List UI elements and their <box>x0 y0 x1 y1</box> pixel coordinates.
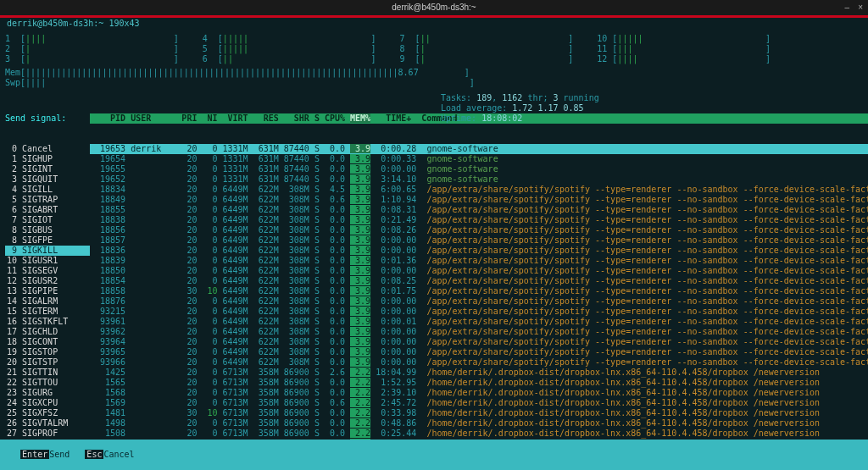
signal-item-sigtrap[interactable]: 5 SIGTRAP <box>5 195 90 205</box>
signal-item-sigurg[interactable]: 23 SIGURG <box>5 388 90 398</box>
signal-item-sigttin[interactable]: 21 SIGTTIN <box>5 368 90 378</box>
signal-item-sigbus[interactable]: 8 SIGBUS <box>5 225 90 235</box>
process-row[interactable]: 1565 20 0 6713M 358M 86900 S 0.0 2.2 1:5… <box>90 378 868 388</box>
terminal-body[interactable]: 1 [|||| ]2 [| ]3 [| ]4 [||||| ]5 [||||| … <box>0 30 868 440</box>
close-icon[interactable]: × <box>858 3 863 13</box>
signal-column: Send signal: 0 Cancel1 SIGHUP2 SIGINT3 S… <box>5 93 90 440</box>
process-row[interactable]: 18834 20 0 6449M 622M 308M S 4.5 3.9 6:0… <box>90 185 868 195</box>
process-row[interactable]: 18856 20 0 6449M 622M 308M S 0.0 3.9 0:0… <box>90 225 868 235</box>
process-row[interactable]: 18850 20 0 6449M 622M 308M S 0.0 3.9 0:0… <box>90 266 868 276</box>
process-row[interactable]: 93964 20 0 6449M 622M 308M S 0.0 3.9 0:0… <box>90 337 868 347</box>
signal-item-sigprof[interactable]: 27 SIGPROF <box>5 429 90 439</box>
signal-item-sigstop[interactable]: 19 SIGSTOP <box>5 347 90 357</box>
window-title: derrik@b450m-ds3h:~ <box>392 3 476 13</box>
process-row[interactable]: 1508 20 0 6713M 358M 86900 S 0.0 2.2 0:2… <box>90 429 868 439</box>
process-row[interactable]: 93961 20 0 6449M 622M 308M S 0.0 3.9 0:0… <box>90 317 868 327</box>
signal-item-sigill[interactable]: 4 SIGILL <box>5 185 90 195</box>
key-enter[interactable]: Enter <box>20 450 49 459</box>
signal-item-sigusr1[interactable]: 10 SIGUSR1 <box>5 256 90 266</box>
signal-item-sigiot[interactable]: 7 SIGIOT <box>5 215 90 225</box>
signal-item-sigxfsz[interactable]: 25 SIGXFSZ <box>5 408 90 418</box>
process-rows: PID USER PRI NI VIRT RES SHR S CPU% MEM%… <box>90 93 868 440</box>
process-row[interactable]: 1569 20 0 6713M 358M 86900 S 0.6 2.2 2:4… <box>90 398 868 408</box>
process-row[interactable]: 93965 20 0 6449M 622M 308M S 0.0 3.9 0:0… <box>90 347 868 357</box>
signal-item-sigstkflt[interactable]: 16 SIGSTKFLT <box>5 317 90 327</box>
signal-item-sigpipe[interactable]: 13 SIGPIPE <box>5 286 90 296</box>
system-stats: Tasks: 189, 1162 thr; 3 running Load ave… <box>441 83 599 124</box>
terminal-tab[interactable]: derrik@b450m-ds3h:~ 190x43 <box>0 18 868 30</box>
process-row[interactable]: 93966 20 0 6449M 622M 308M S 0.0 3.9 0:0… <box>90 357 868 368</box>
process-row[interactable]: 1481 30 10 6713M 358M 86900 S 0.0 2.2 0:… <box>90 408 868 418</box>
window-controls: – × <box>845 0 863 15</box>
process-row[interactable]: 18854 20 0 6449M 622M 308M S 0.0 3.9 0:0… <box>90 276 868 286</box>
mem-meter: Mem[||||||||||||||||||||||||||||||||||||… <box>5 68 863 78</box>
process-row[interactable]: 18849 20 0 6449M 622M 308M S 0.6 3.9 1:1… <box>90 195 868 205</box>
process-area: Send signal: 0 Cancel1 SIGHUP2 SIGINT3 S… <box>5 93 863 440</box>
process-row[interactable]: 18855 20 0 6449M 622M 308M S 0.0 3.9 0:0… <box>90 205 868 215</box>
label-send: Send <box>49 450 85 459</box>
process-row[interactable]: 1425 20 0 6713M 358M 86900 S 2.6 2.2 18:… <box>90 368 868 378</box>
process-row[interactable]: 1498 20 0 6713M 358M 86900 S 0.0 2.2 0:4… <box>90 418 868 429</box>
process-row[interactable]: 19652 20 0 1331M 631M 87440 S 0.0 3.9 3:… <box>90 174 868 185</box>
process-row[interactable]: 18839 20 0 6449M 622M 308M S 0.0 3.9 0:0… <box>90 256 868 266</box>
signal-item-sigquit[interactable]: 3 SIGQUIT <box>5 174 90 185</box>
signal-item-sigusr2[interactable]: 12 SIGUSR2 <box>5 276 90 286</box>
process-row[interactable]: 93962 20 0 6449M 622M 308M S 0.0 3.9 0:0… <box>90 327 868 337</box>
signal-item-sigsegv[interactable]: 11 SIGSEGV <box>5 266 90 276</box>
titlebar[interactable]: derrik@b450m-ds3h:~ – × <box>0 0 868 15</box>
signal-item-sigfpe[interactable]: 8 SIGFPE <box>5 235 90 246</box>
signal-label: Send signal: <box>5 113 90 124</box>
signal-item-sigalrm[interactable]: 14 SIGALRM <box>5 296 90 307</box>
signal-item-sigcont[interactable]: 18 SIGCONT <box>5 337 90 347</box>
footer: EnterSend EscCancel <box>0 440 868 470</box>
signal-item-cancel[interactable]: 0 Cancel <box>5 144 90 154</box>
process-row[interactable]: 18838 20 0 6449M 622M 308M S 0.0 3.9 0:2… <box>90 215 868 225</box>
signal-item-sigchld[interactable]: 17 SIGCHLD <box>5 327 90 337</box>
key-esc[interactable]: Esc <box>85 450 103 459</box>
process-row[interactable]: 18836 20 0 6449M 622M 308M S 0.0 3.9 0:0… <box>90 246 868 256</box>
process-row[interactable]: 18857 20 0 6449M 622M 308M S 0.0 3.9 0:0… <box>90 235 868 246</box>
signal-item-sigxcpu[interactable]: 24 SIGXCPU <box>5 398 90 408</box>
signal-item-sigtstp[interactable]: 20 SIGTSTP <box>5 357 90 368</box>
process-row[interactable]: 19654 20 0 1331M 631M 87440 S 0.0 3.9 0:… <box>90 154 868 164</box>
signal-item-sigkill[interactable]: 9 SIGKILL <box>5 246 90 256</box>
terminal-window: derrik@b450m-ds3h:~ – × derrik@b450m-ds3… <box>0 0 868 470</box>
process-row[interactable]: 93215 20 0 6449M 622M 308M S 0.0 3.9 0:0… <box>90 307 868 317</box>
minimize-icon[interactable]: – <box>845 3 850 13</box>
process-row[interactable]: 18858 30 10 6449M 622M 308M S 0.0 3.9 0:… <box>90 286 868 296</box>
signal-item-sigttou[interactable]: 22 SIGTTOU <box>5 378 90 388</box>
label-cancel: Cancel <box>103 450 134 459</box>
cpu-meters: 1 [|||| ]2 [| ]3 [| ]4 [||||| ]5 [||||| … <box>5 34 863 64</box>
signal-item-sigvtalrm[interactable]: 26 SIGVTALRM <box>5 418 90 429</box>
signal-item-sighup[interactable]: 1 SIGHUP <box>5 154 90 164</box>
swap-meter: Swp[|||| ] <box>5 78 863 88</box>
process-row[interactable]: 18876 20 0 6449M 622M 308M S 0.0 3.9 0:0… <box>90 296 868 307</box>
signal-item-sigabrt[interactable]: 6 SIGABRT <box>5 205 90 215</box>
process-row[interactable]: 1568 20 0 6713M 358M 86900 S 0.0 2.2 2:3… <box>90 388 868 398</box>
signal-item-sigterm[interactable]: 15 SIGTERM <box>5 307 90 317</box>
process-row[interactable]: 19653 derrik 20 0 1331M 631M 87440 S 0.0… <box>90 144 868 154</box>
signal-item-sigint[interactable]: 2 SIGINT <box>5 164 90 174</box>
process-row[interactable]: 19655 20 0 1331M 631M 87440 S 0.0 3.9 0:… <box>90 164 868 174</box>
